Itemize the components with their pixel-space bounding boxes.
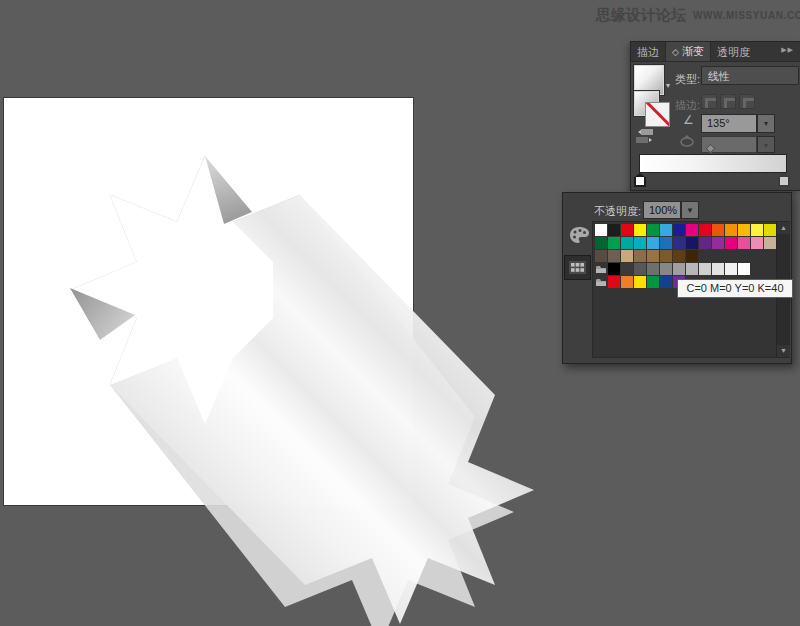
reverse-gradient-icon[interactable]	[635, 128, 655, 144]
color-swatch[interactable]	[634, 250, 646, 262]
color-tooltip: C=0 M=0 Y=0 K=40	[677, 279, 793, 298]
color-swatch[interactable]	[634, 224, 646, 236]
fill-stroke-indicator[interactable]	[633, 92, 673, 132]
color-swatch[interactable]	[673, 224, 685, 236]
color-swatch[interactable]	[608, 237, 620, 249]
color-swatch[interactable]	[712, 237, 724, 249]
swatch-folder-icon[interactable]	[595, 263, 607, 275]
swatch-row	[595, 224, 789, 236]
gradient-type-select[interactable]: 线性	[701, 66, 799, 85]
watermark: 思缘设计论坛 WWW.MISSYUAN.COM	[596, 6, 800, 25]
panel-tab-bar: 描边 ◇ 渐变 透明度 ▶▶	[631, 42, 800, 62]
tab-gradient[interactable]: ◇ 渐变	[665, 42, 711, 61]
color-swatch[interactable]	[725, 237, 737, 249]
color-swatch[interactable]	[738, 224, 750, 236]
stroke-along-button[interactable]	[720, 94, 736, 109]
scroll-down-icon[interactable]: ▼	[777, 345, 790, 357]
color-swatch[interactable]	[764, 237, 776, 249]
color-swatch[interactable]	[647, 263, 659, 275]
angle-dropdown-button[interactable]: ▾	[757, 114, 775, 133]
color-swatch[interactable]	[595, 237, 607, 249]
color-swatch[interactable]	[751, 237, 763, 249]
color-swatch[interactable]	[595, 224, 607, 236]
gradient-stop-right-swatch	[778, 173, 790, 187]
color-swatch[interactable]	[660, 276, 672, 288]
color-swatch[interactable]	[686, 224, 698, 236]
color-swatch[interactable]	[686, 250, 698, 262]
color-swatch[interactable]	[712, 263, 724, 275]
opacity-input[interactable]: 100%	[643, 201, 681, 219]
stroke-gradient-buttons	[701, 94, 755, 109]
color-swatch[interactable]	[673, 263, 685, 275]
angle-icon: ∠	[683, 113, 694, 127]
color-swatch[interactable]	[647, 250, 659, 262]
color-swatch[interactable]	[634, 263, 646, 275]
color-swatch[interactable]	[764, 224, 776, 236]
aspect-ratio-icon	[678, 134, 696, 148]
stroke-within-button[interactable]	[701, 94, 717, 109]
gradient-panel: 描边 ◇ 渐变 透明度 ▶▶ ▾ 类型: 线性 描边: ∠ 135° ▾	[630, 41, 800, 191]
color-swatch[interactable]	[673, 250, 685, 262]
swatch-row	[595, 263, 789, 275]
swatch-row	[595, 250, 789, 262]
gradient-tab-icon: ◇	[672, 47, 679, 57]
gradient-bar[interactable]	[639, 154, 787, 173]
color-swatch[interactable]	[608, 250, 620, 262]
color-swatch[interactable]	[634, 237, 646, 249]
color-swatch[interactable]	[660, 263, 672, 275]
color-swatch[interactable]	[608, 276, 620, 288]
color-swatch[interactable]	[686, 263, 698, 275]
color-swatch[interactable]	[621, 250, 633, 262]
color-swatch[interactable]	[621, 237, 633, 249]
color-swatch[interactable]	[608, 224, 620, 236]
gradient-stop-color-popup: 不透明度: 100% ▼ ▲ ▼ C=0	[562, 192, 792, 364]
color-swatch[interactable]	[673, 237, 685, 249]
color-swatch[interactable]	[686, 237, 698, 249]
type-label: 类型:	[675, 72, 700, 87]
color-swatch[interactable]	[647, 276, 659, 288]
tab-gradient-label: 渐变	[682, 44, 704, 59]
color-swatch[interactable]	[660, 224, 672, 236]
color-swatch[interactable]	[725, 263, 737, 275]
swatch-row	[595, 237, 789, 249]
opacity-label: 不透明度:	[594, 204, 641, 219]
angle-input[interactable]: 135°	[701, 114, 757, 133]
color-swatch[interactable]	[634, 276, 646, 288]
color-swatch[interactable]	[699, 237, 711, 249]
color-swatch[interactable]	[621, 224, 633, 236]
aspect-dropdown-button: ▾	[757, 136, 775, 153]
stroke-across-button[interactable]	[739, 94, 755, 109]
scroll-up-icon[interactable]: ▲	[777, 222, 790, 234]
color-swatch[interactable]	[621, 276, 633, 288]
color-swatch[interactable]	[608, 263, 620, 275]
watermark-title: 思缘设计论坛	[596, 6, 686, 25]
gradient-stop-left[interactable]	[634, 173, 646, 187]
color-mixer-icon[interactable]	[569, 226, 590, 244]
tab-transparency[interactable]: 透明度	[711, 42, 756, 61]
gradient-thumbnail-arrow-icon[interactable]: ▾	[666, 81, 670, 90]
swatch-grid-icon	[569, 261, 586, 274]
gradient-stop-right[interactable]	[778, 173, 790, 187]
panel-expand-icon[interactable]: ▶▶	[781, 42, 800, 61]
color-swatch[interactable]	[725, 224, 737, 236]
tab-stroke[interactable]: 描边	[631, 42, 665, 61]
color-swatch[interactable]	[660, 237, 672, 249]
color-swatch[interactable]	[647, 237, 659, 249]
gradient-thumbnail[interactable]	[635, 66, 663, 94]
color-swatch[interactable]	[647, 224, 659, 236]
stroke-label: 描边:	[675, 98, 700, 113]
swatches-view-button[interactable]	[564, 255, 591, 280]
color-swatch[interactable]	[738, 237, 750, 249]
color-swatch[interactable]	[660, 250, 672, 262]
opacity-dropdown-button[interactable]: ▼	[681, 201, 699, 219]
color-swatch[interactable]	[621, 263, 633, 275]
color-swatch[interactable]	[738, 263, 750, 275]
color-swatch[interactable]	[595, 250, 607, 262]
color-swatch[interactable]	[751, 224, 763, 236]
color-swatch[interactable]	[712, 224, 724, 236]
color-swatch[interactable]	[699, 224, 711, 236]
stroke-proxy-none[interactable]	[646, 103, 669, 126]
swatch-folder-icon[interactable]	[595, 276, 607, 288]
color-swatch[interactable]	[699, 263, 711, 275]
watermark-site: WWW.MISSYUAN.COM	[693, 10, 800, 21]
